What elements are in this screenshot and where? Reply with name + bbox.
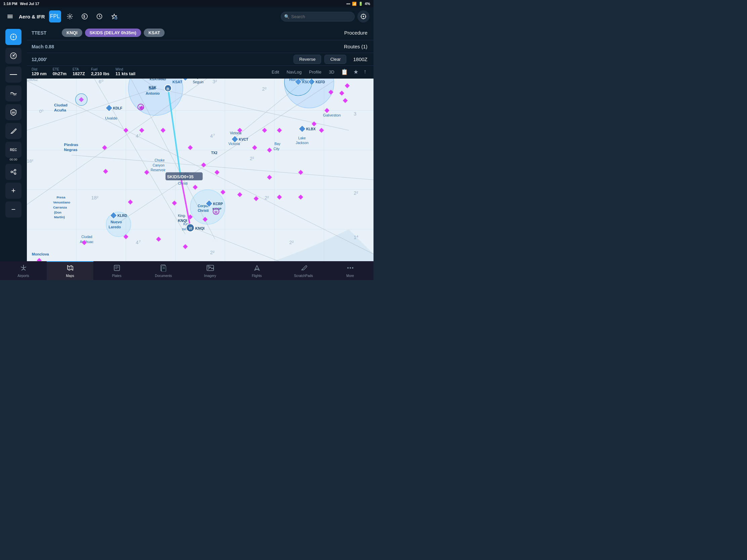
svg-point-119 — [208, 266, 209, 267]
ete-value: 0h27m — [53, 71, 67, 76]
share-icon[interactable]: ↑ — [361, 67, 369, 77]
status-bar: 1:18 PM Wed Jul 17 ▪▪▪ 📶 🔋 4% — [0, 0, 374, 7]
waypoint-skids[interactable]: SKIDS (DELAY 0h35m) — [85, 29, 141, 37]
scratchpads-icon — [300, 264, 307, 273]
svg-point-123 — [347, 267, 349, 269]
svg-point-125 — [352, 267, 353, 269]
left-sidebar: 35 REC 00:00 + − — [0, 26, 27, 261]
city-ciudad-anahuac: Ciudad — [81, 235, 93, 239]
svg-text:Anáhuac: Anáhuac — [80, 240, 94, 244]
svg-text:KVCT: KVCT — [239, 138, 249, 141]
tab-profile[interactable]: Profile — [306, 68, 325, 77]
connect-button[interactable] — [5, 164, 22, 180]
svg-text:Martín): Martín) — [54, 215, 65, 219]
tab-3d[interactable]: 3D — [326, 68, 338, 77]
battery-pct: 4% — [365, 2, 370, 6]
signal-icon: ▪▪▪ — [346, 2, 350, 6]
radar-button[interactable] — [5, 48, 22, 64]
nav-plates[interactable]: Plates — [93, 261, 140, 280]
minus-button[interactable] — [5, 66, 22, 83]
clock-button[interactable] — [93, 10, 105, 23]
clear-button[interactable]: Clear — [325, 55, 346, 64]
location-button[interactable] — [357, 10, 369, 23]
rec-group: REC 00:00 — [5, 142, 22, 161]
sector-num-16: 2² — [289, 240, 293, 245]
label-ksk: KSK — [149, 85, 156, 89]
fpl-button[interactable]: FPL — [49, 10, 61, 23]
map-svg: Ciudad Acuña Uvalde Piedras Negras Galve… — [27, 79, 374, 261]
svg-text:City: City — [274, 147, 280, 151]
sector-num-3: 18² — [27, 158, 33, 163]
sector-num-8: 2² — [265, 195, 269, 201]
tab-navlog[interactable]: NavLog — [283, 68, 305, 77]
wave-button[interactable] — [5, 85, 22, 101]
svg-text:KCRP: KCRP — [213, 202, 223, 206]
nav-imagery[interactable]: Imagery — [187, 261, 233, 280]
svg-point-124 — [350, 267, 351, 269]
routes-button[interactable]: Routes (1) — [344, 44, 369, 49]
svg-text:VI: VI — [189, 226, 192, 230]
map[interactable]: Ciudad Acuña Uvalde Piedras Negras Galve… — [27, 79, 374, 261]
city-piedras-negras: Piedras — [64, 142, 79, 147]
svg-text:B: B — [166, 87, 170, 91]
rec-button[interactable]: REC — [5, 142, 22, 158]
svg-text:(Don: (Don — [54, 211, 61, 214]
sector-num-7: 2² — [250, 156, 254, 161]
city-presa: Presa — [56, 196, 66, 199]
reverse-button[interactable]: Reverse — [293, 55, 321, 64]
wind-label: Wind — [115, 68, 135, 71]
nav-documents[interactable]: Documents — [140, 261, 187, 280]
svg-rect-0 — [7, 15, 13, 16]
nav-documents-label: Documents — [155, 274, 172, 278]
nav-airports[interactable]: Airports — [0, 261, 47, 280]
stat-dist: Dist 129 nm — [31, 68, 53, 76]
nav-scratchpads[interactable]: ScratchPads — [280, 261, 327, 280]
svg-point-13 — [363, 16, 364, 17]
sector-num-5: 2² — [262, 86, 266, 92]
dist-label: Dist — [31, 68, 47, 71]
nav-scratchpads-label: ScratchPads — [294, 274, 313, 278]
nav-more[interactable]: More — [327, 261, 374, 280]
svg-point-19 — [13, 36, 14, 37]
wind-value: 11 kts tail — [115, 71, 135, 76]
city-bay-city: Bay — [275, 142, 281, 146]
svg-point-33 — [15, 173, 16, 175]
svg-text:Christi: Christi — [198, 209, 209, 213]
star-icon[interactable]: ★ — [351, 67, 361, 77]
search-input[interactable] — [281, 12, 355, 22]
battery-icon: 🔋 — [358, 2, 363, 6]
top-nav: Aero & IFR FPL $ ⏱ 🔍 — [0, 7, 374, 26]
shield-button[interactable]: 35 — [5, 104, 22, 120]
layers-button[interactable] — [4, 10, 16, 23]
waypoint-knqi[interactable]: KNQI — [62, 29, 82, 37]
svg-point-31 — [11, 171, 13, 173]
waypoint-ksat[interactable]: KSAT — [144, 29, 164, 37]
sector-num-13: 2² — [210, 250, 214, 255]
settings-button[interactable] — [64, 10, 76, 23]
clipboard-icon[interactable]: 📋 — [339, 67, 350, 77]
rec-timer: 00:00 — [10, 158, 18, 161]
search-wrapper: 🔍 — [281, 12, 355, 22]
timez-button[interactable]: 1800Z — [353, 56, 369, 62]
favorites-button[interactable]: ⏱ — [108, 10, 120, 23]
svg-rect-28 — [10, 74, 17, 75]
stat-ete: ETE 0h27m — [53, 68, 73, 76]
nav-flights[interactable]: Flights — [233, 261, 280, 280]
nav-maps[interactable]: Maps — [47, 261, 93, 280]
svg-text:35: 35 — [12, 111, 15, 114]
fpl-waypoints-row: TTEST KNQI SKIDS (DELAY 0h35m) KSAT Proc… — [27, 26, 374, 40]
pen-button[interactable] — [5, 123, 22, 139]
subscription-button[interactable]: $ — [79, 10, 91, 23]
zoom-out-button[interactable]: − — [5, 202, 22, 218]
compass-button[interactable] — [5, 29, 22, 45]
svg-text:KNQI: KNQI — [178, 218, 187, 222]
tab-edit[interactable]: Edit — [268, 68, 282, 77]
fpl-mach: Mach 0.88 — [31, 44, 62, 49]
airports-icon — [20, 264, 27, 273]
fpl-stats-row: Dist 129 nm ETE 0h27m ETA 1827Z Fuel 2,2… — [27, 66, 374, 79]
stat-eta: ETA 1827Z — [73, 68, 91, 76]
zoom-in-button[interactable]: + — [5, 183, 22, 199]
svg-text:M: M — [215, 211, 218, 214]
svg-point-3 — [69, 16, 71, 18]
procedure-button[interactable]: Procedure — [344, 30, 369, 35]
